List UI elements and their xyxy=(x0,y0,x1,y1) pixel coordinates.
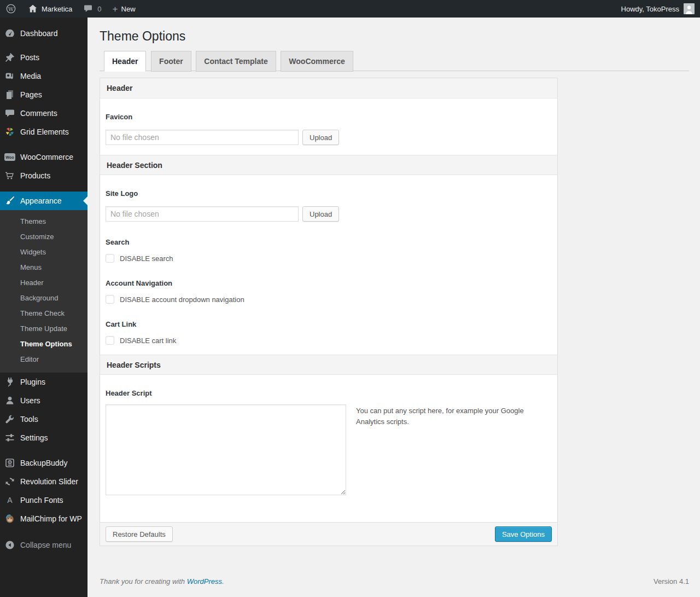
plus-icon: + xyxy=(113,4,118,14)
sidebar-item-label: Pages xyxy=(20,90,42,99)
page-footer: Thank you for creating with WordPress. V… xyxy=(100,577,689,586)
svg-text:W: W xyxy=(8,6,14,12)
comments-count: 0 xyxy=(97,5,101,13)
submenu-item-widgets[interactable]: Widgets xyxy=(0,245,88,260)
disable-cart-option: DISABLE cart link xyxy=(100,336,557,345)
refresh-icon xyxy=(4,476,15,487)
user-icon xyxy=(4,395,15,406)
paintbrush-icon xyxy=(4,195,15,206)
sidebar-item-products[interactable]: Products xyxy=(0,166,88,185)
version-text: Version 4.1 xyxy=(654,577,689,586)
favicon-upload-button[interactable]: Upload xyxy=(302,130,339,145)
tab-woocommerce[interactable]: WooCommerce xyxy=(281,51,353,72)
submenu-item-menus[interactable]: Menus xyxy=(0,260,88,275)
comment-bubble-icon xyxy=(83,3,94,14)
sidebar-item-grid-elements[interactable]: Grid Elements xyxy=(0,123,88,141)
disable-account-option: DISABLE account dropdown navigation xyxy=(100,295,557,304)
sidebar-item-label: Posts xyxy=(20,53,39,62)
site-logo-label: Site Logo xyxy=(100,189,557,198)
disable-account-label[interactable]: DISABLE account dropdown navigation xyxy=(120,295,244,304)
sidebar-item-label: WooCommerce xyxy=(20,153,73,161)
submenu-item-theme-update[interactable]: Theme Update xyxy=(0,321,88,337)
sidebar-item-label: Grid Elements xyxy=(20,127,69,136)
site-name-menu[interactable]: Marketica xyxy=(22,0,78,18)
sidebar-item-backupbuddy[interactable]: BackupBuddy xyxy=(0,454,88,472)
disable-account-checkbox[interactable] xyxy=(106,295,114,304)
admin-bar: W Marketica 0 + New Howdy, TokoPress xyxy=(0,0,700,18)
save-options-button[interactable]: Save Options xyxy=(495,526,552,542)
cart-link-label: Cart Link xyxy=(100,320,557,328)
submenu-item-header[interactable]: Header xyxy=(0,275,88,291)
site-name: Marketica xyxy=(42,5,72,13)
collapse-arrow-icon xyxy=(4,540,15,550)
search-label: Search xyxy=(100,238,557,246)
sidebar-item-label: BackupBuddy xyxy=(20,459,67,467)
sidebar-item-label: Collapse menu xyxy=(20,541,71,549)
pages-icon xyxy=(4,89,15,100)
sidebar-item-label: Punch Fonts xyxy=(20,496,63,505)
favicon-file-input[interactable] xyxy=(106,130,299,145)
sidebar-item-mailchimp[interactable]: MailChimp for WP xyxy=(0,509,88,528)
sidebar-item-label: Comments xyxy=(20,109,57,118)
letter-a-icon: A xyxy=(4,495,15,506)
sidebar-item-woocommerce[interactable]: Woo WooCommerce xyxy=(0,148,88,166)
wordpress-logo-menu[interactable]: W xyxy=(0,0,22,18)
sidebar-item-settings[interactable]: Settings xyxy=(0,428,88,447)
sidebar-item-label: Tools xyxy=(20,415,38,424)
disable-search-checkbox[interactable] xyxy=(106,254,114,263)
page-title: Theme Options xyxy=(100,28,689,44)
tab-header[interactable]: Header xyxy=(104,51,146,72)
sidebar-item-media[interactable]: Media xyxy=(0,67,88,85)
submenu-item-themes[interactable]: Themes xyxy=(0,214,88,229)
comment-icon xyxy=(4,108,15,119)
submenu-item-background[interactable]: Background xyxy=(0,291,88,306)
media-icon xyxy=(4,71,15,82)
theme-options-panel: Header Favicon Upload Header Section Sit… xyxy=(100,78,558,546)
disable-cart-checkbox[interactable] xyxy=(106,336,114,345)
sidebar-item-collapse-menu[interactable]: Collapse menu xyxy=(0,536,88,554)
disable-cart-label[interactable]: DISABLE cart link xyxy=(120,337,176,345)
wordpress-link[interactable]: WordPress xyxy=(187,577,222,586)
footer-thanks-text: Thank you for creating with WordPress. xyxy=(100,577,224,586)
sidebar-item-label: Settings xyxy=(20,433,48,442)
main-content: Theme Options Header Footer Contact Temp… xyxy=(88,18,700,597)
submenu-item-theme-check[interactable]: Theme Check xyxy=(0,306,88,321)
new-label: New xyxy=(121,5,136,13)
submenu-item-editor[interactable]: Editor xyxy=(0,352,88,367)
sidebar-item-tools[interactable]: Tools xyxy=(0,410,88,428)
my-account-menu[interactable]: Howdy, TokoPress xyxy=(616,0,700,18)
sidebar-item-revolution-slider[interactable]: Revolution Slider xyxy=(0,472,88,491)
sidebar-item-appearance[interactable]: Appearance xyxy=(0,192,88,210)
sidebar-item-label: Users xyxy=(20,396,40,405)
tab-contact-template[interactable]: Contact Template xyxy=(196,51,276,72)
woocommerce-badge-icon: Woo xyxy=(4,152,15,163)
site-logo-upload-button[interactable]: Upload xyxy=(302,206,339,222)
sidebar-item-punch-fonts[interactable]: A Punch Fonts xyxy=(0,491,88,509)
disable-search-option: DISABLE search xyxy=(100,254,557,263)
comments-menu[interactable]: 0 xyxy=(78,0,107,18)
site-logo-file-input[interactable] xyxy=(106,206,299,222)
sidebar-item-label: MailChimp for WP xyxy=(20,514,82,523)
sidebar-item-pages[interactable]: Pages xyxy=(0,85,88,104)
submenu-item-customize[interactable]: Customize xyxy=(0,229,88,245)
new-content-menu[interactable]: + New xyxy=(107,0,141,18)
disable-search-label[interactable]: DISABLE search xyxy=(120,254,173,263)
sidebar-item-posts[interactable]: Posts xyxy=(0,48,88,67)
wrench-icon xyxy=(4,414,15,425)
sliders-icon xyxy=(4,432,15,443)
sidebar-item-comments[interactable]: Comments xyxy=(0,104,88,123)
tab-footer[interactable]: Footer xyxy=(151,51,191,72)
sidebar-item-dashboard[interactable]: Dashboard xyxy=(0,24,88,43)
header-script-hint: You can put any script here, for example… xyxy=(356,404,526,427)
section-header-header-scripts: Header Scripts xyxy=(100,355,557,375)
sidebar-item-label: Revolution Slider xyxy=(20,477,78,486)
appearance-submenu: Themes Customize Widgets Menus Header Ba… xyxy=(0,210,88,373)
submenu-item-theme-options[interactable]: Theme Options xyxy=(0,337,88,352)
header-script-textarea[interactable] xyxy=(106,404,346,495)
restore-defaults-button[interactable]: Restore Defaults xyxy=(106,526,173,542)
sidebar-item-users[interactable]: Users xyxy=(0,391,88,410)
howdy-text: Howdy, TokoPress xyxy=(621,5,679,13)
sidebar-item-plugins[interactable]: Plugins xyxy=(0,373,88,391)
section-header-header: Header xyxy=(100,78,557,98)
tab-bar: Header Footer Contact Template WooCommer… xyxy=(100,51,689,71)
